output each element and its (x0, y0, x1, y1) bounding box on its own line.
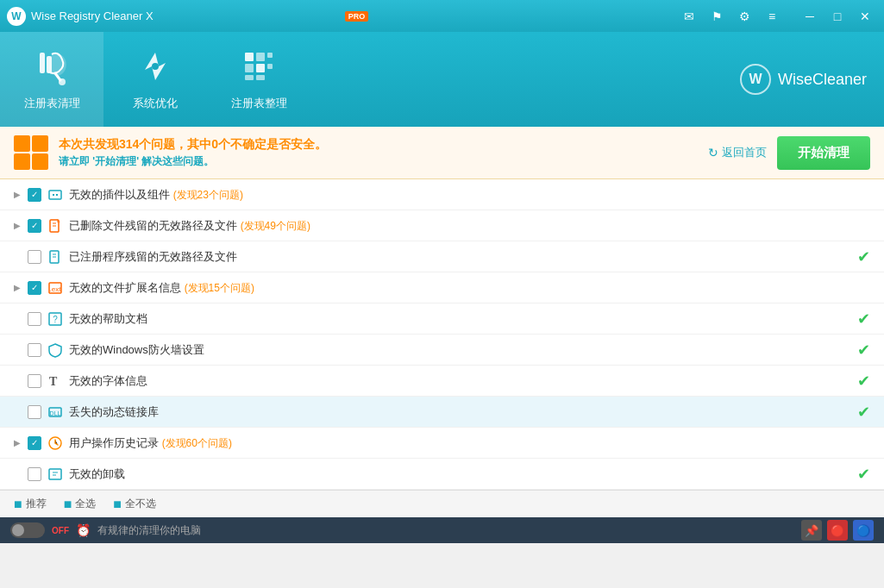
recommend-button[interactable]: ■ 推荐 (14, 497, 47, 512)
list-item[interactable]: ▶ ✓ 无效的插件以及组件 (发现23个问题) (0, 179, 884, 210)
mail-icon[interactable]: ✉ (677, 4, 701, 28)
wisecleaner-logo: W WiseCleaner (740, 32, 884, 127)
ext-icon: .ext (47, 279, 64, 297)
item-label: 无效的字体信息 (69, 373, 857, 389)
flag-icon[interactable]: ⚑ (705, 4, 729, 28)
maximize-button[interactable]: □ (825, 4, 850, 28)
checkbox[interactable] (28, 374, 41, 388)
menu-icon[interactable]: ≡ (760, 4, 784, 28)
checkbox[interactable] (28, 467, 41, 481)
expand-arrow[interactable]: ▶ (14, 190, 28, 199)
svg-rect-7 (267, 53, 273, 58)
svg-text:DLL: DLL (50, 410, 61, 416)
pin-icon[interactable]: 📌 (801, 520, 822, 541)
list-item[interactable]: DLL 丢失的动态链接库 ✔ (0, 397, 884, 428)
registry-clean-label: 注册表清理 (24, 96, 80, 111)
svg-rect-8 (245, 64, 254, 72)
svg-rect-6 (256, 53, 265, 61)
app-title: Wise Registry Cleaner X (31, 9, 340, 22)
item-label: 无效的文件扩展名信息 (发现15个问题) (69, 280, 870, 296)
dot-icon: ■ (14, 497, 22, 512)
auto-clean-toggle[interactable] (10, 522, 45, 538)
list-item[interactable]: ▶ ✓ 已删除文件残留的无效路径及文件 (发现49个问题) (0, 210, 884, 241)
return-home-button[interactable]: ↻ 返回首页 (708, 145, 767, 160)
item-status: ✔ (857, 341, 870, 360)
window-controls: ✉ ⚑ ⚙ ≡ ─ □ ✕ (677, 4, 877, 28)
firewall-icon (47, 341, 64, 359)
tab-registry-defrag[interactable]: 注册表整理 (207, 32, 310, 127)
registry-clean-icon (33, 47, 71, 91)
expand-arrow[interactable]: ▶ (14, 283, 28, 292)
toolbar: 注册表清理 系统优化 注册表整理 W WiseCl (0, 32, 884, 127)
checkbox[interactable]: ✓ (28, 281, 41, 295)
select-none-button[interactable]: ■ 全不选 (113, 497, 156, 512)
svg-rect-12 (267, 64, 273, 69)
svg-rect-15 (56, 194, 58, 196)
notice-icon (14, 135, 48, 170)
checkbox[interactable] (28, 405, 41, 419)
system-optimize-icon (136, 47, 174, 91)
list-item[interactable]: 无效的Windows防火墙设置 ✔ (0, 335, 884, 366)
item-status: ✔ (857, 465, 870, 484)
list-item[interactable]: ? 无效的帮助文档 ✔ (0, 303, 884, 335)
item-status: ✔ (857, 247, 870, 266)
status-text: 有规律的清理你的电脑 (97, 523, 794, 538)
start-clean-button[interactable]: 开始清理 (777, 136, 870, 170)
item-label: 已删除文件残留的无效路径及文件 (发现49个问题) (69, 218, 870, 234)
settings-icon[interactable]: ⚙ (732, 4, 756, 28)
registry-defrag-label: 注册表整理 (231, 96, 287, 111)
expand-arrow[interactable]: ▶ (14, 438, 28, 447)
tab-registry-clean[interactable]: 注册表清理 (0, 32, 103, 127)
blue-icon[interactable]: 🔵 (853, 520, 874, 541)
bottom-actions: ■ 推荐 ■ 全选 ■ 全不选 (0, 490, 884, 517)
registry-defrag-icon (240, 47, 278, 91)
dot-icon: ■ (64, 497, 72, 512)
recommend-label: 推荐 (26, 497, 47, 511)
item-label: 无效的卸载 (69, 466, 857, 482)
item-label: 用户操作历史记录 (发现60个问题) (69, 435, 870, 451)
list-item[interactable]: ▶ ✓ 用户操作历史记录 (发现60个问题) (0, 428, 884, 459)
item-status: ✔ (857, 372, 870, 391)
dot-icon: ■ (113, 497, 122, 512)
list-item[interactable]: 无效的卸载 ✔ (0, 459, 884, 490)
wisecleaner-text: WiseCleaner (778, 71, 867, 89)
svg-point-3 (59, 78, 66, 85)
checkbox[interactable]: ✓ (28, 219, 41, 233)
red-icon[interactable]: 🔴 (827, 520, 848, 541)
expand-arrow[interactable]: ▶ (14, 221, 28, 230)
notice-text: 本次共发现314个问题，其中0个不确定是否安全。 请立即 '开始清理' 解决这些… (59, 137, 698, 169)
list-item[interactable]: ▶ ✓ .ext 无效的文件扩展名信息 (发现15个问题) (0, 272, 884, 303)
wc-circle: W (740, 64, 771, 95)
item-label: 丢失的动态链接库 (69, 404, 857, 420)
item-label: 无效的插件以及组件 (发现23个问题) (69, 187, 870, 203)
svg-rect-5 (245, 53, 254, 61)
item-label: 无效的帮助文档 (69, 311, 857, 327)
svg-rect-10 (245, 75, 254, 80)
pro-badge: PRO (345, 11, 369, 22)
minimize-button[interactable]: ─ (798, 4, 822, 28)
checkbox[interactable]: ✓ (28, 188, 41, 202)
select-all-label: 全选 (75, 497, 96, 511)
list-item[interactable]: T 无效的字体信息 ✔ (0, 366, 884, 397)
status-bar: OFF ⏰ 有规律的清理你的电脑 📌 🔴 🔵 (0, 517, 884, 543)
checkbox[interactable] (28, 312, 41, 326)
close-button[interactable]: ✕ (853, 4, 877, 28)
checkbox[interactable] (28, 250, 41, 264)
status-icons: 📌 🔴 🔵 (801, 520, 874, 541)
list-item[interactable]: 已注册程序残留的无效路径及文件 ✔ (0, 241, 884, 272)
item-label: 无效的Windows防火墙设置 (69, 342, 857, 358)
help-icon: ? (47, 310, 64, 328)
item-status: ✔ (857, 403, 870, 422)
notice-bar: 本次共发现314个问题，其中0个不确定是否安全。 请立即 '开始清理' 解决这些… (0, 127, 884, 179)
font-icon: T (47, 372, 64, 390)
select-all-button[interactable]: ■ 全选 (64, 497, 97, 512)
program-file-icon (47, 248, 64, 266)
notice-title: 本次共发现314个问题，其中0个不确定是否安全。 (59, 137, 698, 153)
notice-actions: ↻ 返回首页 开始清理 (708, 136, 870, 170)
svg-text:?: ? (53, 315, 58, 324)
toggle-label: OFF (52, 526, 69, 535)
tab-system-optimize[interactable]: 系统优化 (103, 32, 207, 127)
svg-point-4 (152, 63, 159, 70)
checkbox[interactable]: ✓ (28, 436, 41, 450)
checkbox[interactable] (28, 343, 41, 357)
